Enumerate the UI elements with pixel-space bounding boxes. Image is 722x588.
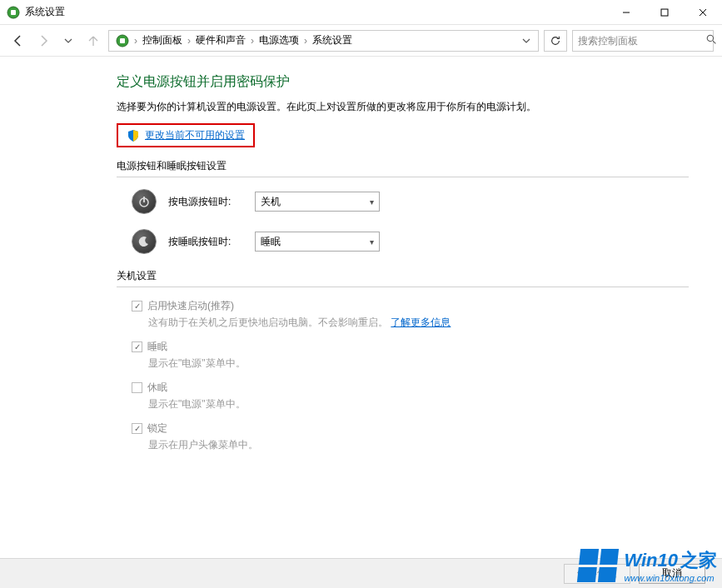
forward-button[interactable]: [33, 31, 53, 51]
sleep-button-row: 按睡眠按钮时: 睡眠 ▾: [132, 229, 689, 254]
chevron-right-icon[interactable]: ›: [132, 35, 139, 47]
minimize-button[interactable]: [607, 0, 645, 24]
power-button-select[interactable]: 关机 ▾: [255, 192, 380, 212]
refresh-button[interactable]: [544, 30, 567, 52]
option-lock: 锁定 显示在用户头像菜单中。: [132, 421, 689, 452]
checkbox-lock[interactable]: [132, 423, 142, 434]
change-unavailable-settings-link[interactable]: 更改当前不可用的设置: [145, 128, 245, 142]
main-content: 定义电源按钮并启用密码保护 选择要为你的计算机设置的电源设置。在此页上对设置所做…: [0, 57, 722, 479]
option-fast-startup: 启用快速启动(推荐) 这有助于在关机之后更快地启动电脑。不会影响重启。 了解更多…: [132, 299, 689, 330]
svg-rect-3: [661, 9, 668, 16]
breadcrumb-item[interactable]: 电源选项: [256, 33, 302, 47]
option-desc: 显示在用户头像菜单中。: [148, 438, 689, 452]
maximize-button[interactable]: [645, 0, 684, 24]
svg-rect-1: [11, 10, 16, 15]
checkbox-label: 启用快速启动(推荐): [147, 299, 234, 313]
sleep-button-value: 睡眠: [261, 235, 281, 249]
titlebar: 系统设置: [0, 0, 722, 25]
highlight-box: 更改当前不可用的设置: [117, 123, 255, 147]
option-desc: 显示在"电源"菜单中。: [148, 397, 689, 411]
breadcrumb-item[interactable]: 系统设置: [309, 33, 356, 47]
option-hibernate: 休眠 显示在"电源"菜单中。: [132, 381, 689, 411]
recent-menu-button[interactable]: [58, 31, 78, 51]
chevron-right-icon[interactable]: ›: [249, 35, 256, 47]
control-panel-icon: [116, 34, 129, 47]
footer: 保存修改 取消: [0, 558, 722, 588]
option-desc: 这有助于在关机之后更快地启动电脑。不会影响重启。 了解更多信息: [148, 316, 689, 330]
option-desc: 显示在"电源"菜单中。: [148, 356, 689, 371]
sleep-button-select[interactable]: 睡眠 ▾: [255, 232, 380, 252]
checkbox-sleep[interactable]: [132, 341, 142, 352]
close-button[interactable]: [684, 0, 722, 24]
checkbox-fast-startup[interactable]: [132, 301, 142, 311]
cancel-button[interactable]: 取消: [639, 564, 705, 584]
search-box[interactable]: [572, 30, 714, 52]
up-button[interactable]: [83, 31, 103, 51]
power-button-label: 按电源按钮时:: [168, 195, 243, 209]
page-description: 选择要为你的计算机设置的电源设置。在此页上对设置所做的更改将应用于你所有的电源计…: [117, 99, 689, 115]
breadcrumb-item[interactable]: 硬件和声音: [192, 33, 249, 47]
back-button[interactable]: [8, 31, 28, 51]
power-button-row: 按电源按钮时: 关机 ▾: [132, 189, 689, 214]
search-icon[interactable]: [706, 34, 717, 47]
window-title: 系统设置: [25, 5, 65, 19]
learn-more-link[interactable]: 了解更多信息: [391, 316, 451, 328]
breadcrumb-dropdown[interactable]: [518, 37, 535, 45]
nav-row: › 控制面板 › 硬件和声音 › 电源选项 › 系统设置: [0, 25, 722, 57]
save-button[interactable]: 保存修改: [564, 564, 630, 584]
checkbox-hibernate[interactable]: [132, 382, 142, 393]
section-title-shutdown: 关机设置: [117, 269, 689, 287]
section-title-buttons: 电源按钮和睡眠按钮设置: [117, 159, 689, 177]
option-sleep: 睡眠 显示在"电源"菜单中。: [132, 340, 689, 371]
page-title: 定义电源按钮并启用密码保护: [117, 73, 689, 91]
sleep-icon: [132, 229, 157, 254]
checkbox-label: 锁定: [147, 421, 167, 436]
svg-line-9: [713, 41, 715, 43]
chevron-right-icon[interactable]: ›: [186, 35, 192, 47]
power-button-value: 关机: [261, 195, 281, 209]
checkbox-label: 睡眠: [147, 340, 167, 354]
sleep-button-label: 按睡眠按钮时:: [168, 235, 243, 249]
power-icon: [132, 189, 157, 214]
search-input[interactable]: [578, 35, 703, 47]
checkbox-label: 休眠: [147, 381, 167, 395]
chevron-down-icon: ▾: [370, 197, 374, 207]
svg-rect-7: [120, 38, 125, 43]
shield-icon: [127, 129, 140, 142]
breadcrumb-item[interactable]: 控制面板: [139, 33, 186, 47]
shutdown-options: 启用快速启动(推荐) 这有助于在关机之后更快地启动电脑。不会影响重启。 了解更多…: [132, 299, 689, 452]
app-icon: [7, 6, 20, 19]
chevron-right-icon[interactable]: ›: [302, 35, 309, 47]
chevron-down-icon: ▾: [370, 237, 374, 247]
breadcrumb[interactable]: › 控制面板 › 硬件和声音 › 电源选项 › 系统设置: [108, 30, 539, 52]
svg-point-8: [707, 35, 713, 41]
